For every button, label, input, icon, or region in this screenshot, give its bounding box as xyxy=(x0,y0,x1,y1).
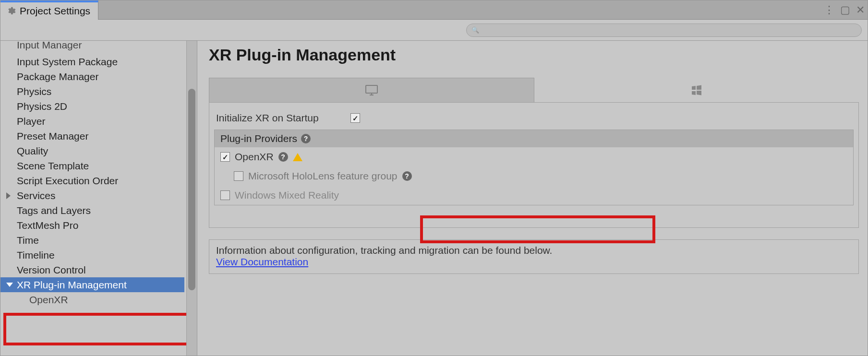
help-icon[interactable]: ? xyxy=(278,152,288,162)
close-icon[interactable]: ✕ xyxy=(856,5,865,15)
sidebar-scrollbar[interactable] xyxy=(186,41,197,356)
sidebar-item-quality[interactable]: Quality xyxy=(0,143,184,158)
openxr-checkbox[interactable] xyxy=(220,152,230,162)
wmr-label: Windows Mixed Reality xyxy=(235,190,339,201)
kebab-menu-icon[interactable]: ⋮ xyxy=(824,5,834,15)
provider-hololens-feature-group: Microsoft HoloLens feature group ? xyxy=(215,166,853,186)
scrollbar-thumb[interactable] xyxy=(188,89,195,290)
monitor-icon xyxy=(365,84,378,96)
hololens-label: Microsoft HoloLens feature group xyxy=(248,170,398,182)
tab-title: Project Settings xyxy=(20,5,90,17)
providers-header: Plug-in Providers ? xyxy=(215,130,853,147)
gear-icon xyxy=(6,6,16,16)
provider-openxr: OpenXR ? xyxy=(215,147,853,166)
searchbar-row: 🔍 xyxy=(0,20,868,41)
sidebar-item-tags-and-layers[interactable]: Tags and Layers xyxy=(0,203,184,218)
chevron-down-icon xyxy=(6,283,13,287)
sidebar-item-input-system-package[interactable]: Input System Package xyxy=(0,54,184,69)
svg-rect-0 xyxy=(366,85,377,93)
provider-windows-mixed-reality: Windows Mixed Reality xyxy=(215,186,853,205)
chevron-right-icon xyxy=(6,192,11,199)
sidebar-item-services[interactable]: Services xyxy=(0,188,184,203)
help-icon[interactable]: ? xyxy=(402,171,412,181)
info-text: Information about configuration, trackin… xyxy=(216,245,852,256)
page-title: XR Plug-in Management xyxy=(209,46,859,64)
tab-windows[interactable] xyxy=(534,78,859,102)
sidebar-item-script-execution-order[interactable]: Script Execution Order xyxy=(0,173,184,188)
platform-tabs xyxy=(209,78,859,103)
xr-settings-panel: Initialize XR on Startup Plug-in Provide… xyxy=(209,103,859,228)
sidebar-item-xr-plugin-management[interactable]: XR Plug-in Management xyxy=(0,277,184,292)
window-actions: ⋮ ▢ ✕ xyxy=(824,0,865,19)
sidebar-item-player[interactable]: Player xyxy=(0,114,184,129)
windows-icon xyxy=(691,84,702,96)
hololens-checkbox[interactable] xyxy=(234,171,243,181)
sidebar-item-preset-manager[interactable]: Preset Manager xyxy=(0,129,184,143)
sidebar-item-scene-template[interactable]: Scene Template xyxy=(0,158,184,173)
maximize-icon[interactable]: ▢ xyxy=(840,5,850,15)
help-icon[interactable]: ? xyxy=(301,134,311,143)
sidebar-item-physics[interactable]: Physics xyxy=(0,84,184,99)
sidebar-item-openxr[interactable]: OpenXR xyxy=(0,292,184,307)
tab-standalone[interactable] xyxy=(209,78,534,102)
titlebar: Project Settings ⋮ ▢ ✕ xyxy=(0,0,868,20)
sidebar-item-version-control[interactable]: Version Control xyxy=(0,262,184,277)
sidebar-item-physics-2d[interactable]: Physics 2D xyxy=(0,99,184,114)
project-settings-window: Project Settings ⋮ ▢ ✕ 🔍 Input Manager I… xyxy=(0,0,868,356)
info-box: Information about configuration, trackin… xyxy=(209,239,859,274)
sidebar-item-textmesh-pro[interactable]: TextMesh Pro xyxy=(0,218,184,233)
sidebar-item-time[interactable]: Time xyxy=(0,233,184,248)
view-documentation-link[interactable]: View Documentation xyxy=(216,256,308,267)
sidebar-item-timeline[interactable]: Timeline xyxy=(0,248,184,262)
row-initialize-on-startup: Initialize XR on Startup xyxy=(214,109,854,127)
sidebar-item-package-manager[interactable]: Package Manager xyxy=(0,69,184,84)
openxr-label: OpenXR xyxy=(235,151,274,163)
settings-sidebar: Input Manager Input System Package Packa… xyxy=(0,41,197,356)
main-panel: XR Plug-in Management Init xyxy=(197,41,868,356)
search-icon: 🔍 xyxy=(471,26,479,34)
wmr-checkbox[interactable] xyxy=(220,190,230,200)
sidebar-item-input-manager[interactable]: Input Manager xyxy=(0,42,184,54)
searchbar[interactable]: 🔍 xyxy=(466,24,862,37)
initialize-checkbox[interactable] xyxy=(350,113,360,123)
providers-section: Plug-in Providers ? OpenXR ? Microsoft H… xyxy=(214,130,854,205)
annotation-highlight-sidebar xyxy=(3,313,192,345)
warning-icon[interactable] xyxy=(293,153,302,161)
initialize-label: Initialize XR on Startup xyxy=(216,112,344,124)
active-tab[interactable]: Project Settings xyxy=(0,0,98,20)
search-input[interactable] xyxy=(479,26,856,34)
